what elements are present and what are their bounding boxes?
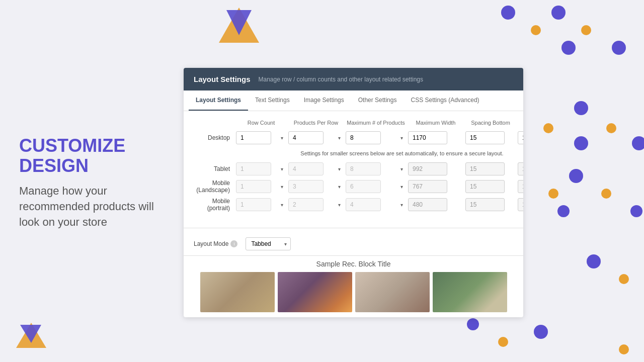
chevron-down-icon: ▾ [281, 135, 283, 141]
decorative-dot [574, 101, 588, 115]
tab-image-settings[interactable]: Image Settings [297, 90, 351, 111]
sample-block: Sample Rec. Block Title [184, 255, 523, 317]
decorative-dot [561, 41, 576, 55]
desktop-row-count-wrap: 123 ▾ [236, 131, 286, 144]
row-desktop: Desktop 123 ▾ 123456 ▾ 46810 ▾ [194, 131, 513, 144]
tablet-row-count[interactable]: 1 [236, 162, 271, 175]
row-desktop-label: Desktop [194, 134, 234, 141]
desktop-row-count[interactable]: 123 [236, 131, 271, 144]
desktop-max-products-wrap: 46810 ▾ [346, 131, 406, 144]
layout-mode-label: Layout Mode i [194, 240, 237, 247]
logo-bottom [15, 321, 48, 352]
sample-image-4 [433, 272, 507, 312]
col-spacing-top: Spacing Top [518, 119, 523, 126]
mobile-port-max-width [408, 198, 447, 211]
decorative-dot [569, 169, 583, 183]
left-title: CUSTOMIZE DESIGN [19, 136, 160, 175]
tablet-products-per-row[interactable]: 4 [288, 162, 324, 175]
layout-mode-text: Layout Mode [194, 240, 228, 247]
col-max-products: Maximum # of Products [346, 119, 406, 126]
decorative-dot [587, 254, 601, 268]
col-products-per-row: Products Per Row [288, 119, 344, 126]
chevron-down-icon: ▾ [338, 202, 341, 208]
decorative-dot [606, 123, 616, 133]
tablet-spacing-bottom [465, 162, 505, 175]
tab-css-settings[interactable]: CSS Settings (Advanced) [404, 90, 486, 111]
panel-subtitle: Manage row / column counts and other lay… [259, 76, 424, 83]
decorative-dot [612, 41, 626, 55]
chevron-down-icon: ▾ [338, 135, 341, 141]
decorative-dot [543, 123, 553, 133]
mobile-port-spacing-bottom [465, 198, 505, 211]
mobile-port-row-count-wrap: 1 ▾ [236, 198, 286, 211]
table-area: Row Count Products Per Row Maximum # of … [184, 111, 523, 224]
chevron-down-icon: ▾ [400, 202, 403, 208]
chevron-down-icon: ▾ [400, 166, 403, 172]
mobile-land-max-products-wrap: 6 ▾ [346, 180, 406, 193]
row-mobile-portrait-label: Mobile (portrait) [194, 198, 234, 212]
mobile-land-spacing-bottom [465, 180, 505, 193]
tablet-row-count-wrap: 1 ▾ [236, 162, 286, 175]
decorative-dot [534, 325, 548, 339]
desktop-max-products[interactable]: 46810 [346, 131, 381, 144]
decorative-dot [551, 6, 566, 20]
desktop-max-width[interactable] [408, 131, 447, 144]
decorative-dot [531, 25, 541, 35]
left-panel: CUSTOMIZE DESIGN Manage how your recomme… [19, 136, 160, 230]
sample-image-2 [278, 272, 352, 312]
desktop-spacing-top[interactable] [518, 131, 523, 144]
decorative-dot [557, 205, 570, 217]
tabs-bar: Layout Settings Text Settings Image Sett… [184, 90, 523, 111]
decorative-dot [619, 274, 629, 284]
chevron-down-icon: ▾ [400, 135, 403, 141]
desktop-spacing-bottom[interactable] [465, 131, 505, 144]
panel-title: Layout Settings [194, 75, 251, 83]
row-tablet-label: Tablet [194, 165, 234, 172]
left-description: Manage how your recommended products wil… [19, 184, 160, 230]
panel-header: Layout Settings Manage row / column coun… [184, 68, 523, 90]
chevron-down-icon: ▾ [400, 184, 403, 190]
tab-layout-settings[interactable]: Layout Settings [189, 90, 248, 111]
mobile-land-row-count[interactable]: 1 [236, 180, 271, 193]
decorative-dot [467, 318, 479, 330]
mobile-port-products-per-row[interactable]: 2 [288, 198, 324, 211]
chevron-down-icon: ▾ [338, 166, 341, 172]
mobile-port-spacing-top [518, 198, 523, 211]
decorative-dot [498, 337, 508, 347]
tab-text-settings[interactable]: Text Settings [248, 90, 297, 111]
mobile-land-spacing-top [518, 180, 523, 193]
sample-image-3 [355, 272, 430, 312]
info-icon: i [230, 240, 237, 247]
layout-mode-select-wrap: Tabbed Grid Carousel ▾ [246, 237, 291, 250]
mobile-port-row-count[interactable]: 1 [236, 198, 271, 211]
mobile-land-max-products[interactable]: 6 [346, 180, 381, 193]
desktop-products-per-row[interactable]: 123456 [288, 131, 324, 144]
decorative-dot [574, 136, 588, 150]
tablet-products-per-row-wrap: 4 ▾ [288, 162, 344, 175]
tablet-spacing-top [518, 162, 523, 175]
desktop-products-per-row-wrap: 123456 ▾ [288, 131, 344, 144]
sample-images [184, 272, 523, 312]
tab-other-settings[interactable]: Other Settings [351, 90, 404, 111]
logo-top [216, 5, 262, 47]
mobile-land-products-per-row[interactable]: 3 [288, 180, 324, 193]
col-row-count: Row Count [236, 119, 286, 126]
chevron-down-icon: ▾ [281, 166, 283, 172]
mobile-land-row-count-wrap: 1 ▾ [236, 180, 286, 193]
decorative-dot [632, 136, 644, 150]
tablet-max-products-wrap: 8 ▾ [346, 162, 406, 175]
decorative-dot [619, 344, 629, 354]
col-max-width: Maximum Width [408, 119, 463, 126]
decorative-dot [581, 25, 591, 35]
chevron-down-icon: ▾ [281, 202, 283, 208]
layout-mode-select[interactable]: Tabbed Grid Carousel [246, 237, 291, 250]
row-mobile-landscape-label: Mobile (Landscape) [194, 179, 234, 194]
column-headers: Row Count Products Per Row Maximum # of … [194, 119, 513, 126]
tablet-max-products[interactable]: 8 [346, 162, 381, 175]
mobile-port-max-products-wrap: 4 ▾ [346, 198, 406, 211]
col-spacing-bottom: Spacing Bottom [465, 119, 516, 126]
decorative-dot [548, 189, 558, 199]
auto-message-row: Settings for smaller screens below are s… [194, 148, 513, 158]
row-tablet: Tablet 1 ▾ 4 ▾ 8 ▾ [194, 162, 513, 175]
mobile-port-max-products[interactable]: 4 [346, 198, 381, 211]
